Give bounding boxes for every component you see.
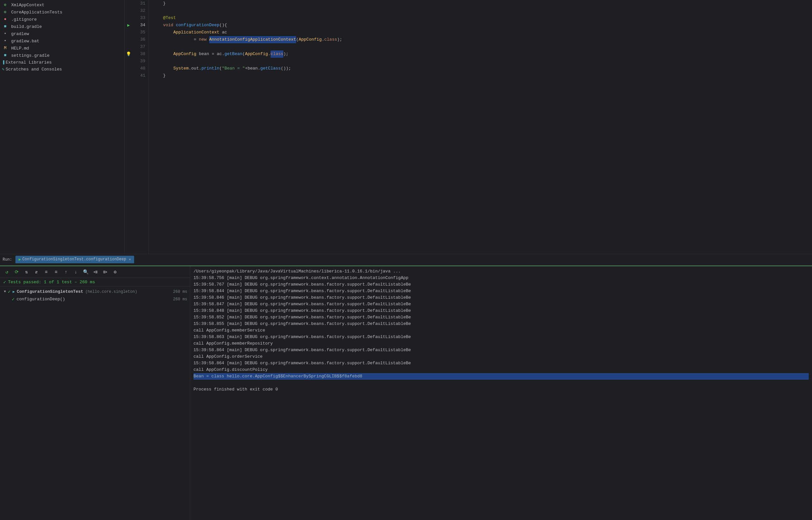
- console-line-6: 15:39:58.848 [main] DEBUG org.springfram…: [194, 308, 809, 314]
- code-line-35: ApplicationContext ac: [153, 29, 808, 36]
- console-line-3: 15:39:58.844 [main] DEBUG org.springfram…: [194, 288, 809, 294]
- rerun-failed-button[interactable]: ⟳: [12, 268, 21, 277]
- sidebar-item-build-gradle[interactable]: ■ build.gradle: [0, 23, 124, 30]
- run-tab[interactable]: ▶ ConfigurationSingletonTest.configurati…: [16, 256, 134, 264]
- markdown-icon: M: [4, 46, 9, 51]
- search-button[interactable]: 🔍: [81, 268, 90, 277]
- code-line-38: AppConfig bean = ac.getBean(AppConfig.cl…: [153, 51, 808, 58]
- sidebar-item-label: .gitignore: [11, 17, 37, 22]
- next-fail-icon: ⧐: [103, 269, 107, 275]
- gutter-40: [125, 65, 132, 72]
- sort-duration-button[interactable]: ⇵: [32, 268, 41, 277]
- status-text: Tests passed: 1 of 1 test – 260 ms: [8, 280, 95, 285]
- sidebar-item-label: gradlew.bat: [11, 39, 40, 44]
- gutter-39: [125, 58, 132, 65]
- console-line-12: 15:39:58.864 [main] DEBUG org.springfram…: [194, 347, 809, 354]
- next-fail-button[interactable]: ⧐: [101, 268, 109, 277]
- gutter-35: [125, 29, 132, 36]
- gutter-31: [125, 0, 132, 7]
- settings-button[interactable]: ⚙: [111, 268, 119, 277]
- sidebar-item-label: External Libraries: [6, 60, 51, 65]
- code-line-36: = new AnnotationConfigApplicationContext…: [153, 36, 808, 43]
- code-line-33: @Test: [153, 15, 808, 22]
- console-line-4: 15:39:58.846 [main] DEBUG org.springfram…: [194, 294, 809, 301]
- console-line-8: 15:39:58.855 [main] DEBUG org.springfram…: [194, 321, 809, 327]
- bar-chart-icon: ▐: [2, 60, 4, 65]
- tab-close-icon[interactable]: ✕: [129, 257, 131, 261]
- editor-gutter: ▶ 💡: [125, 0, 132, 254]
- file-icon: ●: [4, 17, 9, 22]
- gradle-icon: ■: [4, 53, 9, 58]
- line-num-35: 35: [132, 29, 145, 36]
- prev-fail-icon: ⧏: [93, 269, 98, 275]
- sidebar-item-help-md[interactable]: M HELP.md: [0, 45, 124, 52]
- sidebar-item-external-libraries[interactable]: ▐ External Libraries: [0, 59, 124, 66]
- sidebar-item-label: XmlAppContext: [11, 3, 44, 7]
- scroll-down-button[interactable]: ↓: [72, 268, 80, 277]
- sidebar-item-xmlappcontext[interactable]: ⊕ XmlAppContext: [0, 1, 124, 8]
- pass-icon: ✓: [12, 296, 15, 302]
- console-line-9: call AppConfig.memberService: [194, 327, 809, 334]
- sidebar-item-scratches-consoles[interactable]: ✎ Scratches and Consoles: [0, 66, 124, 73]
- line-num-38: 38: [132, 51, 145, 58]
- expand-all-button[interactable]: ≡: [42, 268, 51, 277]
- run-label: Run:: [3, 257, 12, 262]
- status-bar: ✓ Tests passed: 1 of 1 test – 260 ms: [0, 278, 190, 287]
- sidebar-item-coreapplicationtests[interactable]: ⊕ CoreApplicationTests: [0, 8, 124, 16]
- expand-tree-icon: ▼: [4, 290, 6, 293]
- gutter-34[interactable]: ▶: [125, 22, 132, 29]
- code-line-34: void configurationDeep(){: [153, 22, 808, 29]
- project-sidebar: ⊕ XmlAppContext ⊕ CoreApplicationTests ●…: [0, 0, 125, 254]
- sort-alpha-button[interactable]: ⇅: [22, 268, 31, 277]
- code-editor: ▶ 💡 31 32 33 34 35 36 37: [125, 0, 812, 254]
- console-line-13: call AppConfig.orderService: [194, 354, 809, 360]
- line-num-33: 33: [132, 15, 145, 22]
- sidebar-item-settings-gradle[interactable]: ■ settings.gradle: [0, 52, 124, 59]
- gutter-41: [125, 72, 132, 79]
- bottom-panel: ↺ ⟳ ⇅ ⇵ ≡ ≡ ↑ ↓ 🔍: [0, 266, 812, 520]
- line-num-31: 31: [132, 0, 145, 7]
- test-class-package: (hello.core.singleton): [85, 289, 137, 294]
- test-tree: ▼ ✓ ▶ ConfigurationSingletonTest (hello.…: [0, 287, 190, 520]
- collapse-icon: ≡: [55, 269, 57, 275]
- search-icon: 🔍: [83, 269, 88, 275]
- bulb-icon[interactable]: 💡: [126, 51, 131, 57]
- sidebar-item-label: gradlew: [11, 31, 29, 36]
- code-line-31: }: [153, 0, 808, 7]
- console-panel: /Users/giyeonpak/Library/Java/JavaVirtua…: [190, 266, 812, 520]
- expand-icon: ≡: [45, 269, 48, 275]
- code-line-41: }: [153, 72, 808, 79]
- code-line-39: [153, 58, 808, 65]
- sort-duration-icon: ⇵: [35, 269, 38, 275]
- rerun-failed-icon: ⟳: [15, 269, 19, 275]
- rerun-button[interactable]: ↺: [3, 268, 11, 277]
- sort-alpha-icon: ⇅: [25, 269, 28, 275]
- sidebar-item-gradlew-bat[interactable]: ▪ gradlew.bat: [0, 37, 124, 45]
- console-line-exit: Process finished with exit code 0: [194, 386, 809, 393]
- code-line-37: [153, 43, 808, 51]
- code-line-32: [153, 7, 808, 15]
- line-numbers: 31 32 33 34 35 36 37 38 39 40 41: [132, 0, 149, 254]
- settings-icon: ⚙: [114, 269, 117, 275]
- prev-fail-button[interactable]: ⧏: [91, 268, 100, 277]
- gradle-icon: ■: [4, 24, 9, 29]
- gutter-32: [125, 7, 132, 15]
- console-line-7: 15:39:58.852 [main] DEBUG org.springfram…: [194, 314, 809, 321]
- console-line-15: call AppConfig.discountPolicy: [194, 367, 809, 373]
- console-line-1: 15:39:58.756 [main] DEBUG org.springfram…: [194, 275, 809, 281]
- scroll-up-button[interactable]: ↑: [62, 268, 70, 277]
- console-output[interactable]: /Users/giyeonpak/Library/Java/JavaVirtua…: [190, 266, 812, 520]
- test-class-label: ConfigurationSingletonTest: [17, 289, 83, 294]
- test-class-item[interactable]: ▼ ✓ ▶ ConfigurationSingletonTest (hello.…: [0, 288, 190, 295]
- run-test-icon[interactable]: ▶: [127, 23, 130, 28]
- collapse-all-button[interactable]: ≡: [52, 268, 60, 277]
- test-class-duration: 260 ms: [173, 289, 187, 294]
- test-method-item[interactable]: ✓ configurationDeep() 260 ms: [0, 295, 190, 303]
- sidebar-item-gradlew[interactable]: ▪ gradlew: [0, 30, 124, 37]
- sidebar-item-gitignore[interactable]: ● .gitignore: [0, 16, 124, 23]
- line-num-37: 37: [132, 43, 145, 51]
- rerun-icon: ↺: [6, 269, 8, 275]
- code-content[interactable]: } @Test void configurationDeep(){ Applic…: [149, 0, 812, 254]
- console-line-5: 15:39:58.847 [main] DEBUG org.springfram…: [194, 301, 809, 308]
- scratches-icon: ✎: [2, 67, 4, 72]
